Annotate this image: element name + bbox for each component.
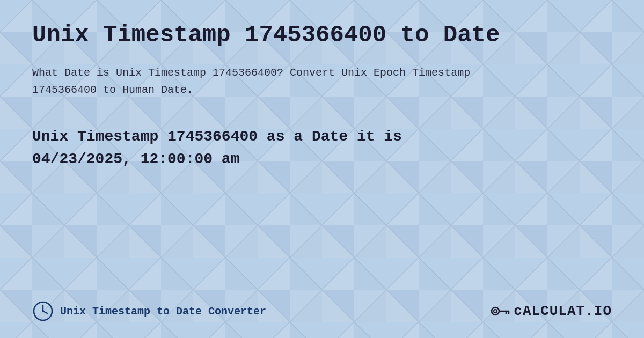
logo-text: cALCULAT.IO: [514, 303, 612, 319]
result-line1: Unix Timestamp 1745366400 as a Date it i…: [32, 128, 402, 145]
main-content: Unix Timestamp 1745366400 to Date What D…: [0, 0, 644, 219]
logo-icon: [491, 304, 510, 319]
footer-left: Unix Timestamp to Date Converter: [32, 300, 266, 322]
svg-point-14: [492, 307, 499, 315]
result-line2: 04/23/2025, 12:00:00 am: [32, 151, 239, 167]
clock-icon: [32, 300, 54, 322]
page-title: Unix Timestamp 1745366400 to Date: [32, 21, 612, 48]
calculat-io-logo: cALCULAT.IO: [491, 303, 612, 319]
page-description: What Date is Unix Timestamp 1745366400? …: [32, 64, 515, 99]
svg-point-13: [42, 310, 44, 312]
svg-point-15: [494, 310, 497, 313]
footer-label: Unix Timestamp to Date Converter: [60, 305, 266, 318]
footer: Unix Timestamp to Date Converter cALCULA…: [32, 300, 612, 322]
result-section: Unix Timestamp 1745366400 as a Date it i…: [32, 126, 612, 171]
result-text: Unix Timestamp 1745366400 as a Date it i…: [32, 126, 612, 171]
